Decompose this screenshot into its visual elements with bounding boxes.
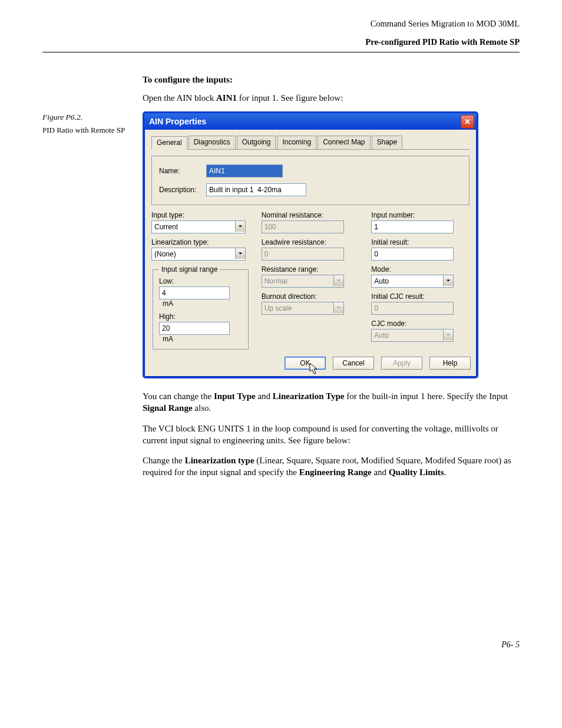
text-bold: Linearization type bbox=[185, 456, 254, 465]
input-type-label: Input type: bbox=[151, 211, 250, 219]
mode-label: Mode: bbox=[371, 265, 470, 274]
text: . bbox=[444, 467, 447, 477]
initial-cjc-result-label: Initial CJC result: bbox=[371, 292, 470, 301]
initial-result-input[interactable] bbox=[371, 248, 454, 261]
range-low-label: Low: bbox=[159, 277, 242, 285]
cjc-mode-select bbox=[371, 329, 454, 342]
nominal-resistance-input bbox=[262, 220, 344, 233]
description-label: Description: bbox=[159, 186, 206, 194]
description-input[interactable] bbox=[206, 183, 306, 196]
mode-select[interactable] bbox=[371, 275, 454, 288]
linearization-type-select[interactable] bbox=[151, 248, 246, 261]
text-bold: Signal Range bbox=[143, 403, 193, 413]
range-low-input[interactable] bbox=[159, 286, 230, 299]
intro-open: Open the AIN block AIN1 for input 1. See… bbox=[143, 93, 520, 103]
text: and bbox=[372, 467, 389, 477]
initial-cjc-result-input bbox=[371, 302, 454, 315]
leadwire-resistance-input bbox=[262, 248, 344, 261]
ain-properties-dialog: AIN Properties ✕ General Diagnostics Out… bbox=[143, 111, 478, 378]
col-input: Input type: Linearization type: bbox=[151, 211, 250, 350]
cjc-mode-label: CJC mode: bbox=[371, 319, 470, 328]
intro-open-post: for input 1. See figure below: bbox=[237, 93, 343, 103]
page-number: P6- 5 bbox=[42, 640, 520, 650]
dialog-titlebar[interactable]: AIN Properties ✕ bbox=[144, 113, 477, 130]
text: Change the bbox=[143, 456, 185, 465]
text-bold: Quality Limits bbox=[389, 467, 444, 477]
tab-incoming[interactable]: Incoming bbox=[277, 136, 316, 149]
cancel-button[interactable]: Cancel bbox=[333, 357, 374, 370]
name-input[interactable] bbox=[206, 164, 283, 177]
tab-strip: General Diagnostics Outgoing Incoming Co… bbox=[151, 136, 470, 150]
tab-outgoing[interactable]: Outgoing bbox=[237, 136, 276, 149]
range-high-label: High: bbox=[159, 312, 242, 321]
initial-result-label: Initial result: bbox=[371, 238, 470, 246]
text-bold: Engineering Range bbox=[299, 467, 372, 477]
input-signal-range-legend: Input signal range bbox=[159, 265, 220, 274]
nominal-resistance-label: Nominal resistance: bbox=[262, 211, 360, 219]
name-label: Name: bbox=[159, 167, 206, 175]
range-high-unit: mA bbox=[163, 335, 173, 343]
intro-open-pre: Open the AIN block bbox=[143, 93, 216, 103]
burnout-direction-select bbox=[262, 302, 344, 315]
tab-diagnostics[interactable]: Diagnostics bbox=[189, 136, 236, 149]
col-resistance: Nominal resistance: Leadwire resistance:… bbox=[262, 211, 360, 350]
text-bold: Input Type bbox=[214, 391, 256, 401]
resistance-range-label: Resistance range: bbox=[262, 265, 360, 274]
tab-connect-map[interactable]: Connect Map bbox=[318, 136, 370, 149]
text: also. bbox=[193, 403, 211, 413]
burnout-direction-label: Burnout direction: bbox=[262, 292, 360, 301]
input-signal-range-group: Input signal range Low: mA High: mA bbox=[153, 265, 249, 350]
figure-sidenote: Figure P6.2. PID Ratio with Remote SP bbox=[42, 113, 131, 135]
intro-open-bold: AIN1 bbox=[216, 93, 237, 103]
close-icon: ✕ bbox=[464, 117, 471, 126]
text: and bbox=[256, 391, 273, 401]
dialog-title-text: AIN Properties bbox=[149, 117, 206, 126]
range-high-input[interactable] bbox=[159, 322, 230, 335]
apply-button: Apply bbox=[381, 357, 422, 370]
figure-label: Figure P6.2. bbox=[42, 113, 131, 122]
after-dialog-text: You can change the Input Type and Linear… bbox=[143, 390, 520, 479]
text-bold: Linearization Type bbox=[273, 391, 345, 401]
header-sub: Pre-configured PID Ratio with Remote SP bbox=[42, 37, 520, 47]
ok-button[interactable]: OK bbox=[285, 357, 326, 370]
input-number-input[interactable] bbox=[371, 220, 454, 233]
input-type-select[interactable] bbox=[151, 220, 246, 233]
tab-general[interactable]: General bbox=[151, 136, 187, 150]
dialog-button-bar: OK Cancel Apply Help bbox=[144, 352, 477, 377]
close-button[interactable]: ✕ bbox=[461, 115, 474, 129]
linearization-type-label: Linearization type: bbox=[151, 238, 250, 246]
text: You can change the bbox=[143, 391, 214, 401]
resistance-range-select bbox=[262, 275, 344, 288]
intro-heading: To configure the inputs: bbox=[143, 75, 520, 85]
range-low-unit: mA bbox=[163, 299, 173, 308]
name-desc-group: Name: Description: bbox=[151, 156, 470, 205]
text: The VCI block ENG UNITS 1 in the loop co… bbox=[143, 423, 520, 447]
col-misc: Input number: Initial result: Mode: bbox=[371, 211, 470, 350]
header-rule bbox=[42, 52, 520, 52]
figure-caption: PID Ratio with Remote SP bbox=[42, 126, 131, 135]
tab-shape[interactable]: Shape bbox=[372, 136, 403, 149]
leadwire-resistance-label: Leadwire resistance: bbox=[262, 238, 360, 246]
text: for the built-in input 1 here. Specify t… bbox=[344, 391, 507, 401]
help-button[interactable]: Help bbox=[429, 357, 471, 370]
header-top: Command Series Migration to MOD 30ML bbox=[42, 19, 520, 29]
input-number-label: Input number: bbox=[371, 211, 470, 219]
